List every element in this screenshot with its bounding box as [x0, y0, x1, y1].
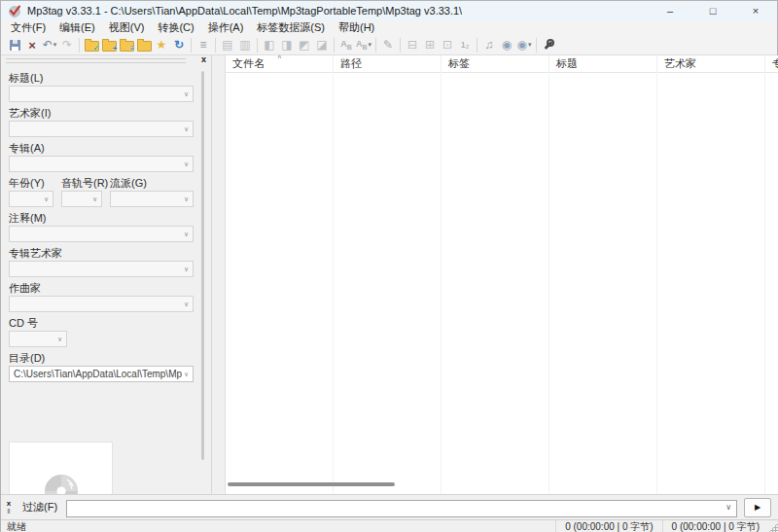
- toolbar-separator: [191, 38, 192, 53]
- album-dropdown-icon[interactable]: ∨: [184, 160, 189, 168]
- favorites-icon[interactable]: ★: [153, 36, 170, 53]
- artist-dropdown-icon[interactable]: ∨: [184, 125, 189, 133]
- genre-combobox[interactable]: ∨: [110, 191, 194, 207]
- ape-options-icon[interactable]: ⊡: [439, 36, 456, 53]
- column-header[interactable]: 标签: [442, 55, 549, 72]
- title-combobox[interactable]: ∨: [9, 86, 194, 102]
- extended-tags-icon[interactable]: ✎: [379, 36, 397, 53]
- album-combobox[interactable]: ∨: [9, 156, 194, 172]
- toolbar-separator: [215, 38, 216, 53]
- convert-filename-to-tag-icon[interactable]: AB▾: [355, 36, 372, 53]
- column-body: [657, 72, 765, 494]
- directory-label: 目录(D): [9, 352, 194, 364]
- undo-icon[interactable]: ↶▾: [41, 36, 58, 53]
- refresh-icon[interactable]: ↻: [170, 36, 188, 53]
- disc-number-combobox[interactable]: ∨: [9, 331, 67, 347]
- title-dropdown-icon[interactable]: ∨: [184, 90, 189, 98]
- filter-expand-button[interactable]: ▶: [744, 498, 771, 517]
- web-source-menu-icon[interactable]: ◉▾: [515, 36, 533, 53]
- column-body: [442, 72, 549, 494]
- column-header[interactable]: 文件名∧: [226, 55, 334, 72]
- column-body: [334, 72, 442, 494]
- undo-dropdown-icon[interactable]: ▾: [53, 41, 57, 49]
- tag-cut-icon[interactable]: ◧: [261, 36, 278, 53]
- tag-panel-grip[interactable]: [6, 58, 186, 63]
- open-folder-icon[interactable]: [135, 36, 153, 53]
- app-icon: [8, 4, 21, 18]
- artist-combobox[interactable]: ∨: [9, 121, 194, 137]
- filter-label: 过滤(F): [22, 500, 57, 514]
- menu-file[interactable]: 文件(F): [4, 20, 53, 35]
- directory-value: C:\Users\Tian\AppData\Local\Temp\Mp3tagP…: [14, 369, 182, 379]
- redo-icon[interactable]: ↷: [58, 36, 76, 53]
- year-combobox[interactable]: ∨: [9, 191, 53, 207]
- column-header[interactable]: 艺术家: [657, 55, 765, 72]
- disc-number-dropdown-icon[interactable]: ∨: [57, 336, 62, 343]
- toolbar-separator: [79, 38, 80, 53]
- window-controls: – □ ×: [649, 1, 777, 20]
- comment-combobox[interactable]: ∨: [9, 226, 194, 242]
- track-combobox[interactable]: ∨: [61, 191, 102, 207]
- menu-convert[interactable]: 转换(C): [151, 20, 200, 35]
- menu-edit[interactable]: 编辑(E): [53, 20, 102, 35]
- tag-panel-close-icon[interactable]: x: [201, 54, 206, 64]
- web-source-icon[interactable]: ◉: [498, 36, 515, 53]
- column-header-label: 标题: [556, 56, 578, 71]
- filter-grip-icon[interactable]: ‖: [7, 508, 10, 515]
- file-list-body[interactable]: [226, 72, 778, 494]
- convert-tag-to-filename-icon[interactable]: AB: [337, 36, 355, 53]
- column-header[interactable]: 路径: [334, 55, 442, 72]
- menu-view[interactable]: 视图(V): [102, 20, 152, 35]
- genre-dropdown-icon[interactable]: ∨: [184, 195, 189, 203]
- resize-grip[interactable]: [768, 523, 778, 532]
- web-source-menu-dropdown-icon[interactable]: ▾: [528, 41, 532, 49]
- save-tag-icon[interactable]: [6, 36, 23, 53]
- album-artist-dropdown-icon[interactable]: ∨: [184, 266, 189, 273]
- tag-paste-icon[interactable]: ◩: [296, 36, 313, 53]
- album-artist-label: 专辑艺术家: [9, 247, 194, 259]
- track-dropdown-icon[interactable]: ∨: [92, 195, 97, 203]
- directory-dropdown-icon[interactable]: ∨: [184, 371, 189, 378]
- toolbar-separator: [375, 38, 376, 53]
- file-view-icon[interactable]: ≡: [194, 36, 212, 53]
- menu-actions[interactable]: 操作(A): [201, 20, 251, 35]
- close-button[interactable]: ×: [734, 1, 777, 20]
- tag-fields-icon[interactable]: ⊟: [404, 36, 421, 53]
- album-artist-combobox[interactable]: ∨: [9, 261, 194, 277]
- menu-help[interactable]: 帮助(H): [332, 20, 381, 35]
- comment-dropdown-icon[interactable]: ∨: [184, 231, 189, 238]
- menu-tag-sources[interactable]: 标签数据源(S): [250, 20, 332, 35]
- add-directory-icon[interactable]: +: [100, 36, 118, 53]
- playlist-icon[interactable]: ♫: [480, 36, 498, 53]
- filter-input-wrap: ∨: [66, 499, 737, 516]
- maximize-button[interactable]: □: [691, 1, 734, 20]
- tag-paste-special-icon[interactable]: ◪: [313, 36, 331, 53]
- toolbar-separator: [477, 38, 477, 53]
- id3v2-options-icon[interactable]: ⊞: [421, 36, 439, 53]
- tag-copy-icon[interactable]: ◨: [278, 36, 296, 53]
- column-header-label: 文件名: [232, 56, 265, 71]
- tag-panel-scrollbar[interactable]: [201, 71, 204, 460]
- comment-label: 注释(M): [9, 212, 194, 224]
- convert-filename-to-tag-dropdown-icon[interactable]: ▾: [369, 41, 372, 49]
- directory-combobox[interactable]: C:\Users\Tian\AppData\Local\Temp\Mp3tagP…: [9, 366, 194, 382]
- print-preview-icon[interactable]: ▥: [236, 36, 254, 53]
- print-icon[interactable]: ▤: [219, 36, 236, 53]
- change-directory-icon[interactable]: ✓: [83, 36, 100, 53]
- numbering-wizard-icon[interactable]: 1₂: [456, 36, 474, 53]
- horizontal-scrollbar[interactable]: [228, 482, 395, 486]
- column-header[interactable]: 标题: [549, 55, 657, 72]
- minimize-button[interactable]: –: [649, 1, 691, 20]
- file-list[interactable]: 文件名∧路径标签标题艺术家专辑: [225, 55, 778, 494]
- library-folder-icon[interactable]: ≡: [118, 36, 135, 53]
- composer-combobox[interactable]: ∨: [9, 296, 194, 312]
- column-header-label: 专辑: [772, 56, 778, 71]
- filter-input[interactable]: [66, 500, 737, 517]
- remove-tag-icon[interactable]: ×: [23, 36, 41, 53]
- artist-label: 艺术家(I): [9, 107, 194, 119]
- column-header[interactable]: 专辑: [765, 55, 778, 72]
- options-icon[interactable]: [540, 36, 557, 53]
- year-dropdown-icon[interactable]: ∨: [44, 195, 49, 203]
- composer-label: 作曲家: [9, 282, 194, 294]
- composer-dropdown-icon[interactable]: ∨: [184, 301, 189, 308]
